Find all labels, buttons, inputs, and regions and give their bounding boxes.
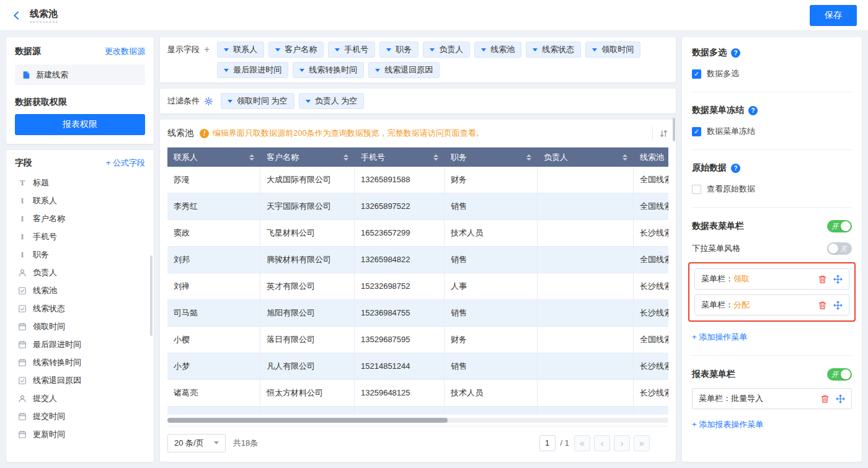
field-item[interactable]: I客户名称 <box>15 210 145 227</box>
datasource-item[interactable]: 新建线索 <box>15 64 145 86</box>
table-row[interactable]: 李秀红天宇国际有限公司13265897522销售全国线索 <box>167 193 668 220</box>
delete-icon[interactable] <box>818 275 827 284</box>
menu-item[interactable]: 菜单栏：批量导入 <box>692 388 852 409</box>
menu-item[interactable]: 菜单栏：分配 <box>694 294 849 316</box>
column-header[interactable]: 负责人 <box>538 148 634 167</box>
field-item[interactable]: 提交人 <box>15 389 145 407</box>
checkbox-label: 数据多选 <box>707 68 739 79</box>
scrollbar-thumb[interactable] <box>150 255 153 336</box>
field-item[interactable]: 负责人 <box>15 263 145 281</box>
field-item[interactable]: 线索状态 <box>15 299 145 317</box>
page-title[interactable]: 线索池 <box>30 8 58 22</box>
column-header[interactable]: 手机号 <box>355 148 445 167</box>
display-field-chip[interactable]: 手机号 <box>328 42 375 58</box>
display-field-chip[interactable]: 线索转换时间 <box>293 62 364 78</box>
help-icon[interactable] <box>748 106 758 115</box>
scrollbar-thumb[interactable] <box>673 118 675 141</box>
display-field-chip[interactable]: 线索退回原因 <box>368 62 440 78</box>
filter-chip[interactable]: 领取时间 为空 <box>221 93 294 109</box>
next-page-button[interactable]: › <box>614 435 630 451</box>
first-page-button[interactable]: « <box>574 435 590 451</box>
help-icon[interactable] <box>731 164 740 173</box>
delete-icon[interactable] <box>820 394 830 404</box>
add-formula-field-link[interactable]: + 公式字段 <box>106 157 145 169</box>
select-icon <box>17 286 27 295</box>
table-row[interactable]: 司马懿旭阳有限公司15236984755销售长沙线索 <box>167 300 668 327</box>
display-field-chip[interactable]: 领取时间 <box>585 42 640 58</box>
table-row[interactable] <box>167 407 668 415</box>
menu-item[interactable]: 菜单栏：领取 <box>694 268 849 289</box>
report-permission-button[interactable]: 报表权限 <box>15 114 145 135</box>
move-icon[interactable] <box>833 301 843 310</box>
field-label: 线索池 <box>33 285 57 296</box>
table-row[interactable]: 窦政飞星材料公司16523657299技术人员长沙线索 <box>167 220 668 247</box>
horizontal-scrollbar[interactable] <box>167 418 668 423</box>
field-item[interactable]: I职务 <box>15 245 145 263</box>
field-item[interactable]: 更新时间 <box>15 425 145 443</box>
multi-select-checkbox[interactable]: 数据多选 <box>692 68 852 79</box>
table-cell <box>538 193 634 220</box>
table-menu-title: 数据表菜单栏 <box>692 221 744 232</box>
display-field-chip[interactable]: 线索池 <box>474 42 521 58</box>
field-item[interactable]: 线索退回原因 <box>15 371 145 389</box>
column-header-label: 联系人 <box>174 152 198 163</box>
move-icon[interactable] <box>836 394 845 404</box>
table-row[interactable]: 苏漫大成国际有限公司13265891588财务全国线索 <box>167 167 668 193</box>
prev-page-button[interactable]: ‹ <box>594 435 610 451</box>
table-row[interactable]: 刘邦腾骏材料有限公司13265984822销售全国线索 <box>167 247 668 273</box>
table-cell: 司马懿 <box>167 300 260 327</box>
field-item[interactable]: 领取时间 <box>15 317 145 335</box>
display-field-chip[interactable]: 最后跟进时间 <box>217 62 288 78</box>
scrollbar-thumb[interactable] <box>167 418 448 423</box>
last-page-button[interactable]: » <box>634 435 650 451</box>
table-menu-toggle[interactable]: 开 <box>827 220 852 232</box>
page-size-select[interactable]: 20 条/页 <box>167 434 226 453</box>
page-number-input[interactable]: 1 <box>539 435 556 451</box>
back-button[interactable] <box>11 10 22 21</box>
date-icon <box>17 358 27 367</box>
column-header[interactable]: 联系人 <box>167 148 260 167</box>
sort-carets-icon <box>526 154 531 161</box>
chip-label: 联系人 <box>233 44 257 55</box>
add-report-menu-link[interactable]: + 添加报表操作菜单 <box>692 419 763 430</box>
add-display-field-button[interactable]: + <box>204 45 210 55</box>
filter-settings-icon[interactable] <box>204 97 213 106</box>
display-field-chip[interactable]: 客户名称 <box>268 42 324 58</box>
change-datasource-link[interactable]: 更改数据源 <box>105 46 145 57</box>
filter-panel: 过滤条件 领取时间 为空负责人 为空 <box>160 89 676 113</box>
table-row[interactable]: 小梦凡人有限公司15214851244销售长沙线索 <box>167 353 668 380</box>
display-field-chip[interactable]: 线索状态 <box>526 42 581 58</box>
field-item[interactable]: T标题 <box>15 174 145 192</box>
field-item[interactable]: 最后跟进时间 <box>15 335 145 353</box>
field-item[interactable]: I联系人 <box>15 192 145 210</box>
raw-data-checkbox[interactable]: 查看原始数据 <box>692 183 852 195</box>
table-row[interactable]: 刘禅英才有限公司15232698752人事长沙线索 <box>167 273 668 300</box>
datasource-title: 数据源 <box>15 46 41 57</box>
move-icon[interactable] <box>833 275 843 284</box>
help-icon[interactable] <box>731 48 740 58</box>
display-field-chip[interactable]: 职务 <box>379 42 418 58</box>
save-button[interactable]: 保存 <box>810 5 857 26</box>
column-header-label: 手机号 <box>361 152 385 163</box>
menu-freeze-checkbox[interactable]: 数据菜单冻结 <box>692 126 852 137</box>
column-header[interactable]: 职务 <box>445 148 538 167</box>
filter-chip[interactable]: 负责人 为空 <box>299 93 365 109</box>
menu-freeze-title: 数据菜单冻结 <box>692 105 744 116</box>
dropdown-style-toggle[interactable]: 关 <box>827 242 852 255</box>
add-action-menu-link[interactable]: + 添加操作菜单 <box>692 332 747 343</box>
column-header[interactable]: 线索池 <box>634 148 668 167</box>
field-label: 更新时间 <box>33 429 65 440</box>
table-row[interactable]: 诸葛亮恒太方材料公司13259648125技术人员长沙线索 <box>167 380 668 407</box>
report-menu-toggle[interactable]: 开 <box>827 368 852 381</box>
table-cell: 全国线索 <box>634 193 668 220</box>
sort-order-icon[interactable] <box>652 126 668 140</box>
column-header[interactable]: 客户名称 <box>260 148 355 167</box>
field-item[interactable]: 提交时间 <box>15 407 145 425</box>
delete-icon[interactable] <box>818 301 827 310</box>
field-item[interactable]: 线索池 <box>15 281 145 299</box>
display-field-chip[interactable]: 负责人 <box>423 42 470 58</box>
field-item[interactable]: I手机号 <box>15 227 145 245</box>
field-item[interactable]: 线索转换时间 <box>15 353 145 371</box>
display-field-chip[interactable]: 联系人 <box>217 42 264 58</box>
table-row[interactable]: 小樱落日有限公司13529687595财务全国线索 <box>167 327 668 353</box>
